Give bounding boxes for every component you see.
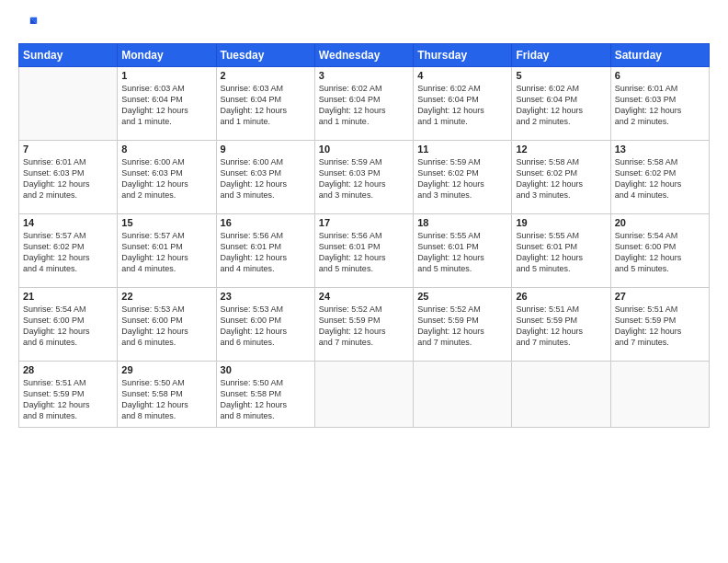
calendar-cell: 7Sunrise: 6:01 AMSunset: 6:03 PMDaylight… [19,141,118,214]
day-info: Sunrise: 5:54 AMSunset: 6:00 PMDaylight:… [615,230,705,275]
calendar-cell: 11Sunrise: 5:59 AMSunset: 6:02 PMDayligh… [414,141,512,214]
week-row-2: 7Sunrise: 6:01 AMSunset: 6:03 PMDaylight… [19,141,710,214]
day-number: 18 [417,217,507,228]
calendar-cell: 29Sunrise: 5:50 AMSunset: 5:58 PMDayligh… [118,362,216,428]
calendar-cell: 2Sunrise: 6:03 AMSunset: 6:04 PMDaylight… [216,67,314,141]
day-number: 11 [417,144,507,155]
day-number: 29 [121,364,211,375]
day-info: Sunrise: 5:51 AMSunset: 5:59 PMDaylight:… [23,377,113,422]
day-info: Sunrise: 5:57 AMSunset: 6:01 PMDaylight:… [121,230,211,275]
day-info: Sunrise: 6:02 AMSunset: 6:04 PMDaylight:… [319,83,409,128]
day-number: 9 [221,144,311,155]
calendar-cell: 5Sunrise: 6:02 AMSunset: 6:04 PMDaylight… [512,67,610,141]
weekday-header-tuesday: Tuesday [216,44,314,67]
calendar: SundayMondayTuesdayWednesdayThursdayFrid… [18,43,710,428]
calendar-cell [19,67,118,141]
day-number: 22 [121,291,211,302]
day-number: 2 [221,70,311,81]
day-number: 19 [516,217,606,228]
calendar-cell: 21Sunrise: 5:54 AMSunset: 6:00 PMDayligh… [19,288,118,362]
calendar-cell: 20Sunrise: 5:54 AMSunset: 6:00 PMDayligh… [610,214,709,288]
calendar-cell: 9Sunrise: 6:00 AMSunset: 6:03 PMDaylight… [216,141,314,214]
day-info: Sunrise: 5:51 AMSunset: 5:59 PMDaylight:… [516,304,606,349]
calendar-cell: 16Sunrise: 5:56 AMSunset: 6:01 PMDayligh… [216,214,314,288]
weekday-header-thursday: Thursday [414,44,512,67]
day-number: 16 [221,217,311,228]
day-info: Sunrise: 5:51 AMSunset: 5:59 PMDaylight:… [615,304,705,349]
calendar-cell: 24Sunrise: 5:52 AMSunset: 5:59 PMDayligh… [314,288,413,362]
calendar-cell: 15Sunrise: 5:57 AMSunset: 6:01 PMDayligh… [118,214,216,288]
calendar-cell: 30Sunrise: 5:50 AMSunset: 5:58 PMDayligh… [216,362,314,428]
day-info: Sunrise: 5:58 AMSunset: 6:02 PMDaylight:… [615,156,705,201]
week-row-1: 1Sunrise: 6:03 AMSunset: 6:04 PMDaylight… [19,67,710,141]
day-info: Sunrise: 6:00 AMSunset: 6:03 PMDaylight:… [121,156,211,201]
weekday-header-saturday: Saturday [610,44,709,67]
calendar-cell: 27Sunrise: 5:51 AMSunset: 5:59 PMDayligh… [610,288,709,362]
calendar-cell: 17Sunrise: 5:56 AMSunset: 6:01 PMDayligh… [314,214,413,288]
weekday-header-friday: Friday [512,44,610,67]
calendar-cell: 23Sunrise: 5:53 AMSunset: 6:00 PMDayligh… [216,288,314,362]
day-info: Sunrise: 5:50 AMSunset: 5:58 PMDaylight:… [221,377,311,422]
calendar-cell: 26Sunrise: 5:51 AMSunset: 5:59 PMDayligh… [512,288,610,362]
day-number: 21 [23,291,113,302]
logo [18,14,42,34]
day-number: 3 [319,70,409,81]
day-info: Sunrise: 5:53 AMSunset: 6:00 PMDaylight:… [221,304,311,349]
logo-icon [18,14,39,34]
week-row-5: 28Sunrise: 5:51 AMSunset: 5:59 PMDayligh… [19,362,710,428]
day-info: Sunrise: 6:03 AMSunset: 6:04 PMDaylight:… [121,83,211,128]
day-number: 25 [417,291,507,302]
day-number: 28 [23,364,113,375]
calendar-cell: 14Sunrise: 5:57 AMSunset: 6:02 PMDayligh… [19,214,118,288]
calendar-cell: 3Sunrise: 6:02 AMSunset: 6:04 PMDaylight… [314,67,413,141]
day-number: 1 [121,70,211,81]
calendar-cell: 6Sunrise: 6:01 AMSunset: 6:03 PMDaylight… [610,67,709,141]
day-info: Sunrise: 5:54 AMSunset: 6:00 PMDaylight:… [23,304,113,349]
calendar-header: SundayMondayTuesdayWednesdayThursdayFrid… [19,44,710,67]
day-info: Sunrise: 5:52 AMSunset: 5:59 PMDaylight:… [417,304,507,349]
calendar-cell [314,362,413,428]
day-number: 12 [516,144,606,155]
day-number: 15 [121,217,211,228]
calendar-body: 1Sunrise: 6:03 AMSunset: 6:04 PMDaylight… [19,67,710,428]
day-info: Sunrise: 6:03 AMSunset: 6:04 PMDaylight:… [221,83,311,128]
weekday-header-wednesday: Wednesday [314,44,413,67]
calendar-cell [512,362,610,428]
day-number: 7 [23,144,113,155]
calendar-cell [414,362,512,428]
weekday-header-sunday: Sunday [19,44,118,67]
day-number: 23 [221,291,311,302]
calendar-cell: 1Sunrise: 6:03 AMSunset: 6:04 PMDaylight… [118,67,216,141]
calendar-cell: 12Sunrise: 5:58 AMSunset: 6:02 PMDayligh… [512,141,610,214]
day-info: Sunrise: 5:55 AMSunset: 6:01 PMDaylight:… [516,230,606,275]
day-number: 14 [23,217,113,228]
day-info: Sunrise: 5:56 AMSunset: 6:01 PMDaylight:… [319,230,409,275]
day-number: 27 [615,291,705,302]
day-info: Sunrise: 6:01 AMSunset: 6:03 PMDaylight:… [23,156,113,201]
day-number: 24 [319,291,409,302]
day-info: Sunrise: 5:58 AMSunset: 6:02 PMDaylight:… [516,156,606,201]
weekday-header-monday: Monday [118,44,216,67]
day-number: 30 [221,364,311,375]
day-info: Sunrise: 5:59 AMSunset: 6:02 PMDaylight:… [417,156,507,201]
day-number: 17 [319,217,409,228]
day-number: 8 [121,144,211,155]
calendar-cell: 13Sunrise: 5:58 AMSunset: 6:02 PMDayligh… [610,141,709,214]
day-number: 5 [516,70,606,81]
day-info: Sunrise: 6:00 AMSunset: 6:03 PMDaylight:… [221,156,311,201]
day-info: Sunrise: 5:55 AMSunset: 6:01 PMDaylight:… [417,230,507,275]
day-number: 13 [615,144,705,155]
day-number: 10 [319,144,409,155]
day-info: Sunrise: 5:59 AMSunset: 6:03 PMDaylight:… [319,156,409,201]
day-info: Sunrise: 5:52 AMSunset: 5:59 PMDaylight:… [319,304,409,349]
day-number: 4 [417,70,507,81]
week-row-4: 21Sunrise: 5:54 AMSunset: 6:00 PMDayligh… [19,288,710,362]
day-number: 6 [615,70,705,81]
day-info: Sunrise: 5:53 AMSunset: 6:00 PMDaylight:… [121,304,211,349]
day-number: 26 [516,291,606,302]
calendar-cell: 25Sunrise: 5:52 AMSunset: 5:59 PMDayligh… [414,288,512,362]
day-info: Sunrise: 5:57 AMSunset: 6:02 PMDaylight:… [23,230,113,275]
page: SundayMondayTuesdayWednesdayThursdayFrid… [0,0,728,563]
weekday-header-row: SundayMondayTuesdayWednesdayThursdayFrid… [19,44,710,67]
week-row-3: 14Sunrise: 5:57 AMSunset: 6:02 PMDayligh… [19,214,710,288]
